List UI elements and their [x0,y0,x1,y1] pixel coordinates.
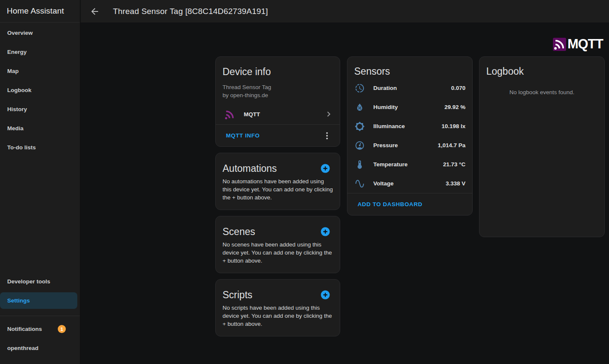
sidebar-tools-section: Developer tools Settings [0,272,80,310]
sidebar-item-logbook[interactable]: Logbook [0,81,80,100]
sidebar-item-label: Settings [7,297,30,304]
sensors-title: Sensors [347,65,472,77]
sidebar-item-history[interactable]: History [0,100,80,119]
scripts-empty-text: No scripts have been added using this de… [223,304,333,328]
device-info-footer: MQTT INFO [216,124,340,146]
device-page: Home Assistant Overview Energy Map Logbo… [0,0,609,364]
mqtt-brand-logo: MQTT [553,36,603,52]
scenes-title: Scenes [223,226,255,238]
sensor-value: 29.92 % [444,104,465,110]
column-device: Device info Thread Sensor Tag by open-th… [215,56,340,342]
thermometer-icon [355,160,365,170]
page-title: Thread Sensor Tag [8C8C14D62739A191] [113,7,268,16]
sensor-value: 3.338 V [445,180,465,187]
sidebar-item-todo-lists[interactable]: To-do lists [0,138,80,157]
plus-circle-icon [320,163,330,174]
sensor-value: 0.070 [451,85,465,91]
mqtt-logo-icon [553,38,566,51]
automations-title: Automations [223,162,277,174]
app-title: Home Assistant [7,6,64,16]
logbook-empty-text: No logbook events found. [486,89,598,95]
sidebar-item-label: Logbook [7,87,31,93]
sensor-value: 10.198 lx [442,123,465,129]
device-info-card: Device info Thread Sensor Tag by open-th… [215,56,340,147]
sidebar-item-developer-tools[interactable]: Developer tools [0,272,80,291]
sidebar-item-label: To-do lists [7,144,36,151]
sidebar-header: Home Assistant [0,0,80,22]
sidebar-item-label: History [7,106,27,112]
integration-name: MQTT [244,111,324,118]
progress-clock-icon [355,83,365,93]
sidebar-footer-section: Notifications 1 openthread [0,319,80,358]
sidebar-item-map[interactable]: Map [0,62,80,81]
sine-wave-icon [355,179,365,189]
sidebar-item-label: Media [7,125,23,132]
sensor-value: 1,014.7 Pa [438,142,465,148]
sensor-label: Illuminance [373,123,442,129]
add-automation-button[interactable] [320,163,330,174]
sidebar-item-label: openthread [7,345,39,351]
sidebar-item-media[interactable]: Media [0,119,80,138]
sidebar-nav: Overview Energy Map Logbook History Medi… [0,23,80,157]
scenes-card: Scenes No scenes have been added using t… [215,216,340,273]
sidebar: Home Assistant Overview Energy Map Logbo… [0,0,80,364]
scripts-title: Scripts [223,289,252,301]
plus-circle-icon [320,227,330,237]
sensor-row-pressure[interactable]: Pressure 1,014.7 Pa [347,136,472,155]
sidebar-item-label: Developer tools [7,278,50,285]
mqtt-info-button[interactable]: MQTT INFO [226,132,260,139]
add-to-dashboard-button[interactable]: ADD TO DASHBOARD [358,201,423,207]
sidebar-item-overview[interactable]: Overview [0,23,80,42]
sensor-label: Duration [373,85,451,91]
logbook-card: Logbook No logbook events found. [479,56,605,237]
automations-empty-text: No automations have been added using thi… [223,177,333,202]
notification-count-badge: 1 [58,325,66,333]
device-name: Thread Sensor Tag [223,83,333,91]
scripts-card: Scripts No scripts have been added using… [215,279,340,336]
device-menu-button[interactable] [319,128,335,143]
device-meta: Thread Sensor Tag by open-things.de [216,83,340,99]
column-sensors: Sensors Duration 0.070 Humidity 29.92 % [347,56,473,216]
logbook-title: Logbook [486,65,598,77]
sensor-row-temperature[interactable]: Temperature 21.73 °C [347,155,472,174]
sidebar-item-user-openthread[interactable]: openthread [0,339,80,358]
device-manufacturer: by open-things.de [223,91,333,99]
sidebar-item-label: Notifications [7,326,42,332]
sidebar-item-label: Overview [7,30,33,36]
sidebar-item-notifications[interactable]: Notifications 1 [0,319,80,339]
kebab-menu-icon [322,131,332,141]
sidebar-item-energy[interactable]: Energy [0,42,80,62]
gauge-icon [355,140,365,151]
sensor-row-voltage[interactable]: Voltage 3.338 V [347,174,472,193]
add-script-button[interactable] [320,290,330,300]
sidebar-item-settings[interactable]: Settings [0,292,77,309]
sidebar-divider [0,316,80,316]
back-button[interactable] [86,3,103,20]
arrow-left-icon [90,6,100,17]
sensor-row-illuminance[interactable]: Illuminance 10.198 lx [347,117,472,136]
sensor-label: Pressure [373,142,438,148]
mqtt-brand-text: MQTT [567,36,603,52]
sensors-footer: ADD TO DASHBOARD [347,193,472,215]
top-app-bar: Thread Sensor Tag [8C8C14D62739A191] [81,0,609,22]
add-scene-button[interactable] [320,227,330,237]
sensor-row-humidity[interactable]: Humidity 29.92 % [347,98,472,117]
sensor-label: Humidity [373,104,444,110]
scenes-empty-text: No scenes have been added using this dev… [223,241,333,265]
brightness-icon [355,121,365,132]
sensor-label: Temperature [373,161,443,168]
mqtt-integration-icon [224,109,236,120]
automations-card: Automations No automations have been add… [215,153,340,210]
plus-circle-icon [320,290,330,300]
sensor-label: Voltage [373,180,445,187]
column-logbook: Logbook No logbook events found. [479,56,605,237]
device-info-title: Device info [216,66,340,78]
sidebar-item-label: Energy [7,49,27,55]
sensors-card: Sensors Duration 0.070 Humidity 29.92 % [347,56,473,216]
integration-row-mqtt[interactable]: MQTT [216,104,340,124]
sensor-row-duration[interactable]: Duration 0.070 [347,78,472,98]
sidebar-item-label: Map [7,68,19,74]
chevron-right-icon [324,109,334,119]
sensor-value: 21.73 °C [443,161,465,168]
water-percent-icon [355,102,365,112]
